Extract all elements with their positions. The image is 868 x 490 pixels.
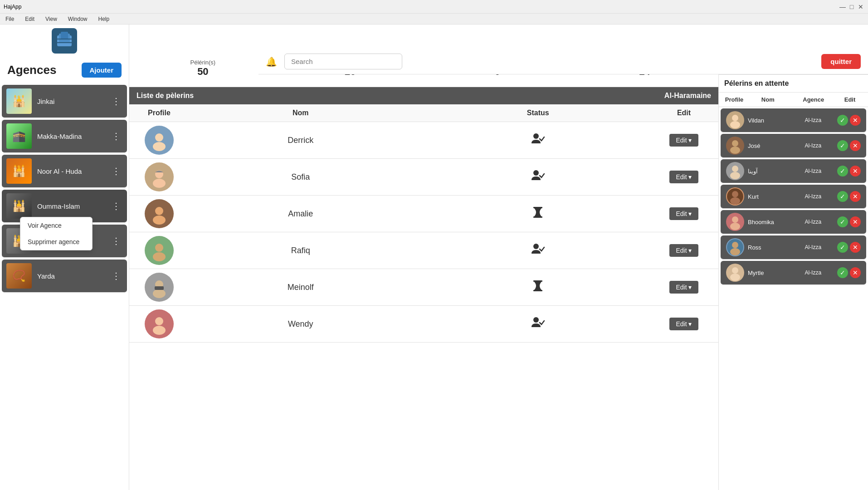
avatar-svg [148,313,170,335]
right-avatar-avina [726,162,744,180]
status-meinolf [419,279,657,296]
right-actions-jose: ✓ ✕ [835,140,863,151]
agency-menu-btn-oumma[interactable]: ⋮ [110,199,122,213]
right-name-kurt: Kurt [746,193,791,200]
svg-rect-27 [533,290,542,291]
accept-btn-vildan[interactable]: ✓ [837,115,848,126]
agency-menu-btn-lamia[interactable]: ⋮ [110,234,122,248]
edit-btn-meinolf[interactable]: Edit ▾ [669,281,698,294]
reject-btn-avina[interactable]: ✕ [850,166,861,176]
reject-btn-ross[interactable]: ✕ [850,242,861,253]
menu-file[interactable]: File [4,15,16,23]
svg-point-37 [730,147,740,154]
edit-amalie: Edit ▾ [657,207,711,220]
logo-svg [55,32,73,50]
pilgrim-name-amalie: Amalie [182,209,419,219]
add-agency-button[interactable]: Ajouter [82,63,122,78]
top-bar: 🔔 quitter [258,49,868,74]
right-col-nom: Nom [745,96,791,103]
svg-point-46 [730,223,740,230]
svg-point-36 [732,140,738,147]
table-row: Wendy Edit ▾ [129,306,718,343]
agency-menu-btn-yarda[interactable]: ⋮ [110,269,122,283]
agency-name-yarda: Yarda [37,272,104,280]
search-input[interactable] [284,54,402,69]
sidebar-item-jinkai[interactable]: 🕌 Jinkai ⋮ [2,85,127,118]
accept-btn-jose[interactable]: ✓ [837,140,848,151]
right-agency-kurt: Al-Izza [791,193,836,200]
right-actions-ross: ✓ ✕ [835,242,863,253]
svg-point-45 [732,216,738,223]
svg-point-33 [732,115,738,121]
maximize-button[interactable]: □ [848,3,855,10]
edit-wendy: Edit ▾ [657,318,711,330]
right-actions-myrtle: ✓ ✕ [835,267,863,278]
right-name-vildan: Vildan [746,117,791,124]
menu-window[interactable]: Window [66,15,89,23]
list-header-title: Liste de pèlerins [137,92,194,100]
right-agency-ross: Al-Izza [791,244,836,250]
reject-btn-jose[interactable]: ✕ [850,140,861,151]
menu-edit[interactable]: Edit [23,15,36,23]
accept-btn-bhoomika[interactable]: ✓ [837,216,848,227]
right-section-title: Pélerins en attente [719,75,868,93]
minimize-button[interactable]: — [839,3,846,10]
sidebar-item-yarda[interactable]: 📿 Yarda ⋮ [2,260,127,293]
right-table-row: Vildan Al-Izza ✓ ✕ [721,108,866,132]
menu-help[interactable]: Help [97,15,112,23]
svg-point-48 [732,242,738,248]
svg-point-21 [533,244,539,249]
context-menu-voir[interactable]: Voir Agence [20,217,92,234]
accept-btn-ross[interactable]: ✓ [837,242,848,253]
svg-rect-26 [533,280,542,282]
accept-btn-avina[interactable]: ✓ [837,166,848,176]
context-menu-supprimer[interactable]: Supprimer agence [20,234,92,250]
right-agency-bhoomika: Al-Izza [791,219,836,225]
right-avatar-kurt [726,187,744,206]
table-row: Meinolf Edit ▾ [129,269,718,306]
svg-point-7 [153,142,166,151]
close-button[interactable]: ✕ [857,3,864,10]
avatar-amalie [145,199,174,228]
reject-btn-bhoomika[interactable]: ✕ [850,216,861,227]
app-logo-icon [52,28,77,54]
agency-name-jinkai: Jinkai [37,98,104,105]
agency-name-makka: Makka-Madina [37,132,104,140]
sidebar-item-makka-madina[interactable]: 🕋 Makka-Madina ⋮ [2,120,127,153]
edit-btn-amalie[interactable]: Edit ▾ [669,207,698,220]
svg-point-42 [732,191,738,197]
agency-menu-btn-makka[interactable]: ⋮ [110,129,122,143]
logo-area [0,24,129,59]
sidebar-item-noor-al-huda[interactable]: 🕌 Noor Al - Huda ⋮ [2,155,127,188]
avatar-svg [148,166,170,188]
agency-menu-btn-jinkai[interactable]: ⋮ [110,94,122,108]
svg-point-31 [533,317,539,323]
table-header: Profile Nom Status Edit [129,104,718,122]
edit-rafiq: Edit ▾ [657,244,711,257]
accept-btn-myrtle[interactable]: ✓ [837,267,848,278]
reject-btn-myrtle[interactable]: ✕ [850,267,861,278]
edit-btn-rafiq[interactable]: Edit ▾ [669,244,698,257]
svg-point-51 [732,267,738,274]
right-agency-myrtle: Al-Izza [791,270,836,276]
menu-view[interactable]: View [44,15,59,23]
accept-btn-kurt[interactable]: ✓ [837,191,848,202]
sidebar-item-oumma-islam[interactable]: 🕌 Oumma-Islam ⋮ Voir Agence Supprimer ag… [2,190,127,223]
avatar-wendy [145,309,174,338]
edit-btn-derrick[interactable]: Edit ▾ [669,134,698,147]
reject-btn-kurt[interactable]: ✕ [850,191,861,202]
quit-button[interactable]: quitter [821,54,861,69]
pilgrim-name-derrick: Derrick [182,136,419,145]
edit-btn-sofia[interactable]: Edit ▾ [669,171,698,183]
reject-btn-vildan[interactable]: ✕ [850,115,861,126]
edit-btn-wendy[interactable]: Edit ▾ [669,318,698,330]
pilgrim-name-sofia: Sofia [182,172,419,182]
svg-point-20 [153,252,166,261]
status-wendy [419,315,657,333]
right-avatar-jose [726,137,744,155]
agency-menu-btn-noor[interactable]: ⋮ [110,164,122,178]
avatar-sofia [145,162,174,191]
col-nom: Nom [182,109,419,117]
bell-icon[interactable]: 🔔 [266,56,277,67]
avatar-svg [148,276,170,298]
